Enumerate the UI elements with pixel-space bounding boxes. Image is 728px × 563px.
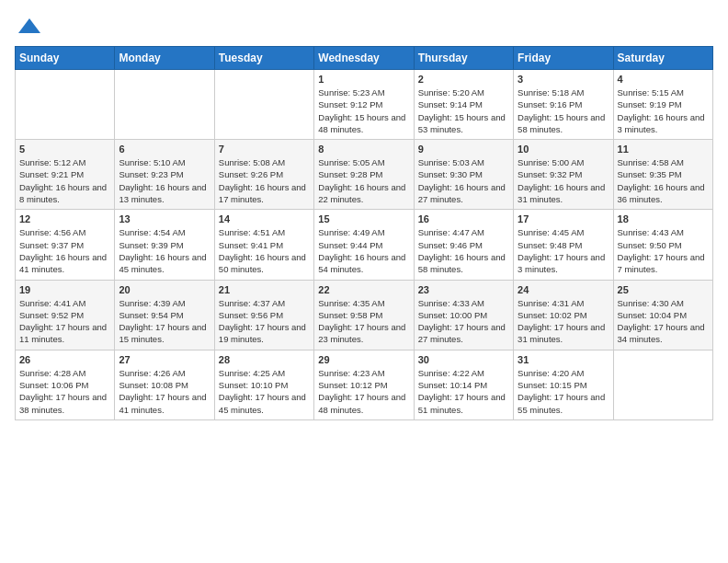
- sunrise-text: Sunrise: 4:28 AM: [19, 368, 85, 378]
- sunrise-text: Sunrise: 4:49 AM: [318, 227, 384, 237]
- sunset-text: Sunset: 10:10 PM: [219, 380, 289, 390]
- header: [15, 15, 713, 37]
- cell-info: Sunrise: 4:31 AMSunset: 10:02 PMDaylight…: [518, 297, 609, 346]
- daylight-label: Daylight: 16 hours and 13 minutes.: [119, 182, 206, 204]
- sunset-text: Sunset: 10:04 PM: [618, 310, 688, 320]
- daylight-label: Daylight: 17 hours and 11 minutes.: [19, 322, 107, 344]
- sunset-text: Sunset: 9:58 PM: [318, 310, 382, 320]
- week-row-2: 5Sunrise: 5:12 AMSunset: 9:21 PMDaylight…: [16, 140, 713, 210]
- calendar-cell: 22Sunrise: 4:35 AMSunset: 9:58 PMDayligh…: [314, 280, 414, 350]
- daylight-label: Daylight: 17 hours and 27 minutes.: [418, 322, 506, 344]
- calendar-cell: 29Sunrise: 4:23 AMSunset: 10:12 PMDaylig…: [314, 350, 414, 419]
- cell-info: Sunrise: 5:10 AMSunset: 9:23 PMDaylight:…: [119, 156, 210, 205]
- calendar-cell: 3Sunrise: 5:18 AMSunset: 9:16 PMDaylight…: [514, 70, 613, 140]
- day-number: 12: [19, 213, 110, 224]
- daylight-label: Daylight: 17 hours and 3 minutes.: [518, 252, 605, 274]
- calendar-cell: 20Sunrise: 4:39 AMSunset: 9:54 PMDayligh…: [115, 280, 214, 350]
- sunrise-text: Sunrise: 5:08 AM: [219, 157, 285, 167]
- calendar-cell: 14Sunrise: 4:51 AMSunset: 9:41 PMDayligh…: [214, 210, 313, 280]
- calendar-cell: [115, 70, 214, 140]
- day-number: 3: [518, 74, 609, 85]
- calendar-cell: 26Sunrise: 4:28 AMSunset: 10:06 PMDaylig…: [16, 350, 115, 419]
- weekday-header-tuesday: Tuesday: [214, 47, 313, 70]
- calendar-cell: 23Sunrise: 4:33 AMSunset: 10:00 PMDaylig…: [414, 280, 513, 350]
- sunrise-text: Sunrise: 4:43 AM: [618, 227, 684, 237]
- cell-info: Sunrise: 5:20 AMSunset: 9:14 PMDaylight:…: [418, 86, 509, 135]
- daylight-label: Daylight: 16 hours and 36 minutes.: [618, 182, 705, 204]
- cell-info: Sunrise: 4:47 AMSunset: 9:46 PMDaylight:…: [418, 226, 509, 275]
- sunset-text: Sunset: 9:26 PM: [219, 169, 283, 179]
- cell-info: Sunrise: 4:26 AMSunset: 10:08 PMDaylight…: [119, 367, 210, 416]
- day-number: 7: [219, 144, 310, 155]
- daylight-label: Daylight: 16 hours and 58 minutes.: [418, 252, 506, 274]
- sunrise-text: Sunrise: 5:05 AM: [318, 157, 384, 167]
- sunset-text: Sunset: 10:06 PM: [19, 380, 89, 390]
- day-number: 25: [618, 284, 709, 295]
- weekday-header-wednesday: Wednesday: [314, 47, 414, 70]
- sunset-text: Sunset: 9:48 PM: [518, 240, 582, 250]
- daylight-label: Daylight: 17 hours and 48 minutes.: [318, 392, 405, 414]
- calendar-cell: 31Sunrise: 4:20 AMSunset: 10:15 PMDaylig…: [514, 350, 613, 419]
- calendar-cell: 11Sunrise: 4:58 AMSunset: 9:35 PMDayligh…: [613, 140, 712, 210]
- calendar-cell: [613, 350, 712, 419]
- weekday-header-row: SundayMondayTuesdayWednesdayThursdayFrid…: [16, 47, 713, 70]
- day-number: 19: [19, 284, 110, 295]
- cell-info: Sunrise: 5:03 AMSunset: 9:30 PMDaylight:…: [418, 156, 509, 205]
- daylight-label: Daylight: 17 hours and 55 minutes.: [518, 392, 605, 414]
- calendar: SundayMondayTuesdayWednesdayThursdayFrid…: [15, 46, 713, 420]
- sunset-text: Sunset: 10:08 PM: [119, 380, 188, 390]
- daylight-label: Daylight: 16 hours and 45 minutes.: [119, 252, 206, 274]
- day-number: 14: [219, 213, 310, 224]
- cell-info: Sunrise: 4:41 AMSunset: 9:52 PMDaylight:…: [19, 297, 110, 346]
- svg-marker-0: [18, 18, 40, 33]
- calendar-cell: 28Sunrise: 4:25 AMSunset: 10:10 PMDaylig…: [214, 350, 313, 419]
- weekday-header-friday: Friday: [514, 47, 613, 70]
- day-number: 26: [19, 354, 110, 365]
- sunrise-text: Sunrise: 5:20 AM: [418, 87, 484, 98]
- sunset-text: Sunset: 9:46 PM: [418, 240, 483, 250]
- calendar-cell: 6Sunrise: 5:10 AMSunset: 9:23 PMDaylight…: [115, 140, 214, 210]
- day-number: 9: [418, 144, 509, 155]
- calendar-cell: 18Sunrise: 4:43 AMSunset: 9:50 PMDayligh…: [613, 210, 712, 280]
- sunset-text: Sunset: 10:14 PM: [418, 380, 488, 390]
- sunset-text: Sunset: 9:50 PM: [618, 240, 682, 250]
- day-number: 10: [518, 144, 609, 155]
- sunrise-text: Sunrise: 4:26 AM: [119, 368, 185, 378]
- calendar-cell: 4Sunrise: 5:15 AMSunset: 9:19 PMDaylight…: [613, 70, 712, 140]
- sunrise-text: Sunrise: 5:03 AM: [418, 157, 484, 167]
- calendar-cell: 21Sunrise: 4:37 AMSunset: 9:56 PMDayligh…: [214, 280, 313, 350]
- cell-info: Sunrise: 4:35 AMSunset: 9:58 PMDaylight:…: [318, 297, 409, 346]
- sunrise-text: Sunrise: 4:33 AM: [418, 298, 484, 308]
- sunrise-text: Sunrise: 4:25 AM: [219, 368, 285, 378]
- sunset-text: Sunset: 9:41 PM: [219, 240, 283, 250]
- sunrise-text: Sunrise: 4:35 AM: [318, 298, 384, 308]
- cell-info: Sunrise: 4:23 AMSunset: 10:12 PMDaylight…: [318, 367, 409, 416]
- calendar-cell: 16Sunrise: 4:47 AMSunset: 9:46 PMDayligh…: [414, 210, 513, 280]
- sunset-text: Sunset: 10:02 PM: [518, 310, 587, 320]
- sunset-text: Sunset: 9:56 PM: [219, 310, 283, 320]
- cell-info: Sunrise: 4:39 AMSunset: 9:54 PMDaylight:…: [119, 297, 210, 346]
- cell-info: Sunrise: 4:49 AMSunset: 9:44 PMDaylight:…: [318, 226, 409, 275]
- cell-info: Sunrise: 5:15 AMSunset: 9:19 PMDaylight:…: [618, 86, 709, 135]
- daylight-label: Daylight: 16 hours and 50 minutes.: [219, 252, 306, 274]
- sunrise-text: Sunrise: 4:45 AM: [518, 227, 584, 237]
- sunset-text: Sunset: 10:00 PM: [418, 310, 488, 320]
- daylight-label: Daylight: 15 hours and 58 minutes.: [518, 112, 605, 134]
- daylight-label: Daylight: 17 hours and 38 minutes.: [19, 392, 107, 414]
- logo-icon: [17, 15, 42, 40]
- sunset-text: Sunset: 9:14 PM: [418, 99, 483, 109]
- daylight-label: Daylight: 15 hours and 48 minutes.: [318, 112, 405, 134]
- day-number: 6: [119, 144, 210, 155]
- sunset-text: Sunset: 9:35 PM: [618, 169, 682, 179]
- week-row-5: 26Sunrise: 4:28 AMSunset: 10:06 PMDaylig…: [16, 350, 713, 419]
- sunset-text: Sunset: 9:16 PM: [518, 99, 582, 109]
- sunset-text: Sunset: 9:52 PM: [19, 310, 84, 320]
- cell-info: Sunrise: 4:54 AMSunset: 9:39 PMDaylight:…: [119, 226, 210, 275]
- sunset-text: Sunset: 9:30 PM: [418, 169, 483, 179]
- sunset-text: Sunset: 10:15 PM: [518, 380, 587, 390]
- day-number: 11: [618, 144, 709, 155]
- sunset-text: Sunset: 9:32 PM: [518, 169, 582, 179]
- sunrise-text: Sunrise: 5:12 AM: [19, 157, 85, 167]
- daylight-label: Daylight: 17 hours and 34 minutes.: [618, 322, 705, 344]
- sunrise-text: Sunrise: 4:20 AM: [518, 368, 584, 378]
